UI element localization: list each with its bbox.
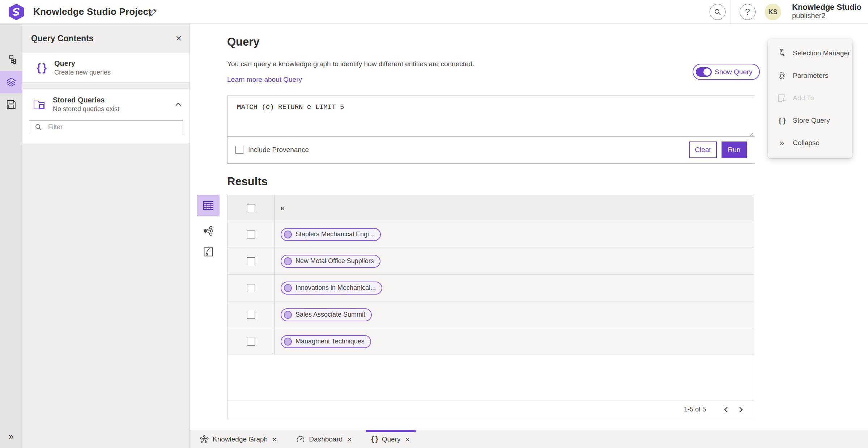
table-header-row: e (227, 195, 754, 221)
filter-field-wrap (29, 120, 183, 134)
close-tab-icon[interactable]: × (347, 435, 352, 444)
table-view-icon (203, 201, 213, 210)
tab-knowledge-graph[interactable]: Knowledge Graph × (193, 430, 284, 448)
filter-input[interactable] (29, 120, 183, 134)
learn-more-link[interactable]: Learn more about Query (227, 76, 302, 84)
row-checkbox[interactable] (247, 231, 255, 238)
data-model-button[interactable] (0, 48, 22, 71)
knowledge-graph-icon (200, 435, 209, 444)
column-header-e: e (275, 195, 754, 221)
entity-pill[interactable]: Sales Associate Summit (281, 308, 372, 321)
entity-dot-icon (284, 257, 292, 265)
user-name: publisher2 (792, 12, 861, 20)
tab-label: Query (382, 435, 401, 443)
edit-title-button[interactable] (146, 5, 160, 19)
hierarchy-icon (7, 55, 16, 64)
select-all-checkbox[interactable] (247, 204, 255, 212)
user-app-name: Knowledge Studio (792, 3, 861, 12)
clear-button[interactable]: Clear (689, 141, 717, 158)
tab-label: Knowledge Graph (213, 435, 268, 443)
tab-query[interactable]: { } Query × (364, 430, 417, 448)
include-provenance-checkbox[interactable] (235, 146, 243, 154)
stored-queries-title: Stored Queries (53, 96, 175, 104)
chevron-up-icon (175, 102, 182, 106)
map-view-button[interactable] (197, 241, 220, 263)
menu-item-parameters[interactable]: Parameters (768, 64, 852, 87)
row-checkbox[interactable] (247, 284, 255, 292)
table-row: Staplers Mechanical Engi... (227, 221, 754, 248)
save-icon (7, 100, 16, 109)
previous-page-button[interactable] (718, 402, 733, 417)
close-tab-icon[interactable]: × (405, 435, 409, 444)
entity-pill[interactable]: New Metal Office Suppliers (281, 255, 380, 268)
query-description: You can query a knowledge graph to ident… (227, 60, 474, 68)
results-table: e Staplers Mechanical Engi... New Metal … (227, 195, 754, 418)
expand-rail-button[interactable]: » (0, 428, 22, 444)
sidebar-item-stored-queries[interactable]: Stored Queries No stored queries exist (22, 89, 190, 115)
avatar[interactable]: KS (765, 4, 781, 20)
sidebar-item-query[interactable]: { } Query Create new queries (22, 53, 190, 83)
header-divider (731, 0, 731, 24)
tab-dashboard[interactable]: Dashboard × (289, 430, 359, 448)
knowledge-studio-logo (8, 3, 25, 21)
page-title: Knowledge Studio Project (33, 6, 152, 17)
menu-item-collapse[interactable]: » Collapse (768, 132, 852, 154)
close-panel-button[interactable]: × (176, 33, 182, 43)
table-row: New Metal Office Suppliers (227, 248, 754, 275)
add-to-icon (776, 93, 787, 103)
map-view-icon (204, 247, 213, 257)
left-icon-rail: » (0, 24, 22, 448)
stored-queries-section: Stored Queries No stored queries exist (22, 89, 190, 143)
query-textarea[interactable]: MATCH (e) RETURN e LIMIT 5 (227, 96, 755, 137)
menu-item-selection-manager[interactable]: Selection Manager (768, 42, 852, 64)
entity-label: Innovations in Mechanical... (295, 284, 376, 292)
row-checkbox[interactable] (247, 338, 255, 346)
table-view-button[interactable] (197, 195, 220, 216)
close-icon: × (176, 33, 182, 44)
save-button[interactable] (0, 93, 22, 116)
entity-pill[interactable]: Innovations in Mechanical... (281, 282, 382, 295)
search-icon (35, 123, 42, 132)
menu-item-label: Collapse (793, 139, 820, 147)
layers-icon (6, 77, 16, 87)
entity-label: Staplers Mechanical Engi... (295, 231, 374, 238)
next-page-button[interactable] (733, 402, 749, 417)
close-tab-icon[interactable]: × (272, 435, 277, 444)
panel-header: Query Contents × (22, 24, 190, 53)
query-tools-menu: Selection Manager Parameters Add To { } … (768, 39, 852, 158)
row-checkbox[interactable] (247, 311, 255, 319)
table-row: Innovations in Mechanical... (227, 275, 754, 301)
menu-item-store-query[interactable]: { } Store Query (768, 109, 852, 132)
query-contents-panel: Query Contents × { } Query Create new qu… (22, 24, 190, 448)
entity-pill[interactable]: Managment Techniques (281, 335, 371, 348)
app-header: Knowledge Studio Project ? KS Knowledge … (0, 0, 868, 24)
user-block[interactable]: Knowledge Studio publisher2 (792, 3, 861, 20)
collapse-section-button[interactable] (175, 101, 182, 108)
search-button[interactable] (710, 4, 726, 20)
braces-icon: { } (371, 435, 378, 443)
resize-grip-icon[interactable] (749, 131, 754, 138)
show-query-toggle[interactable]: Show Query (693, 64, 760, 80)
row-checkbox[interactable] (247, 257, 255, 265)
entity-dot-icon (284, 311, 292, 319)
bottom-tab-bar: Knowledge Graph × Dashboard × { } Query … (190, 430, 868, 448)
table-row: Managment Techniques (227, 328, 754, 355)
menu-item-label: Selection Manager (793, 49, 850, 57)
entity-dot-icon (284, 231, 292, 238)
table-row: Sales Associate Summit (227, 301, 754, 328)
run-button[interactable]: Run (722, 141, 747, 158)
entity-label: Sales Associate Summit (295, 311, 365, 318)
search-icon (714, 8, 721, 16)
query-heading: Query (227, 35, 260, 48)
folder-icon (33, 99, 46, 110)
layers-button[interactable] (0, 71, 22, 93)
help-button[interactable]: ? (740, 4, 756, 20)
graph-view-button[interactable] (197, 220, 220, 242)
selection-manager-icon (776, 48, 787, 58)
entity-pill[interactable]: Staplers Mechanical Engi... (281, 228, 381, 241)
dashboard-gauge-icon (296, 435, 305, 444)
entity-dot-icon (284, 284, 292, 292)
show-query-label: Show Query (715, 68, 753, 76)
panel-title: Query Contents (31, 34, 176, 43)
query-editor-box: MATCH (e) RETURN e LIMIT 5 Include Prove… (227, 96, 755, 164)
